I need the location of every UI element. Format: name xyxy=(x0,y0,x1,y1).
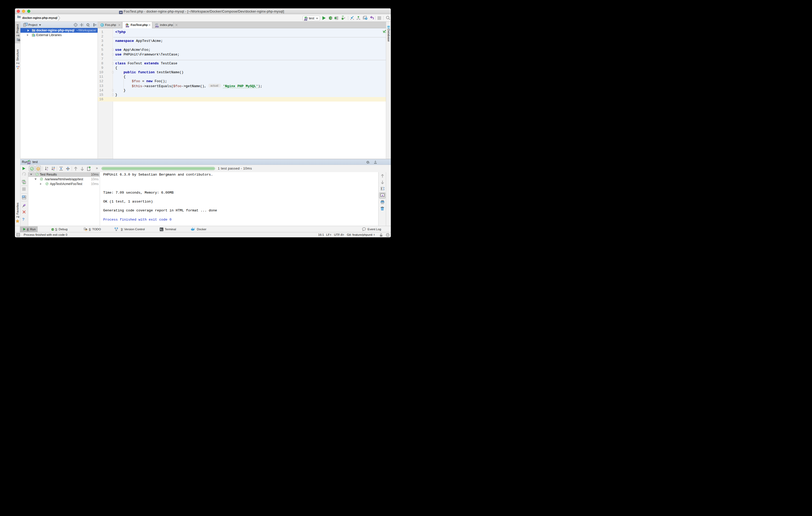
svg-text:z: z xyxy=(47,169,48,171)
svg-text:php: php xyxy=(27,162,31,164)
svg-text:php: php xyxy=(155,25,158,27)
svg-text:php: php xyxy=(126,25,129,27)
svg-text:php: php xyxy=(304,19,307,21)
